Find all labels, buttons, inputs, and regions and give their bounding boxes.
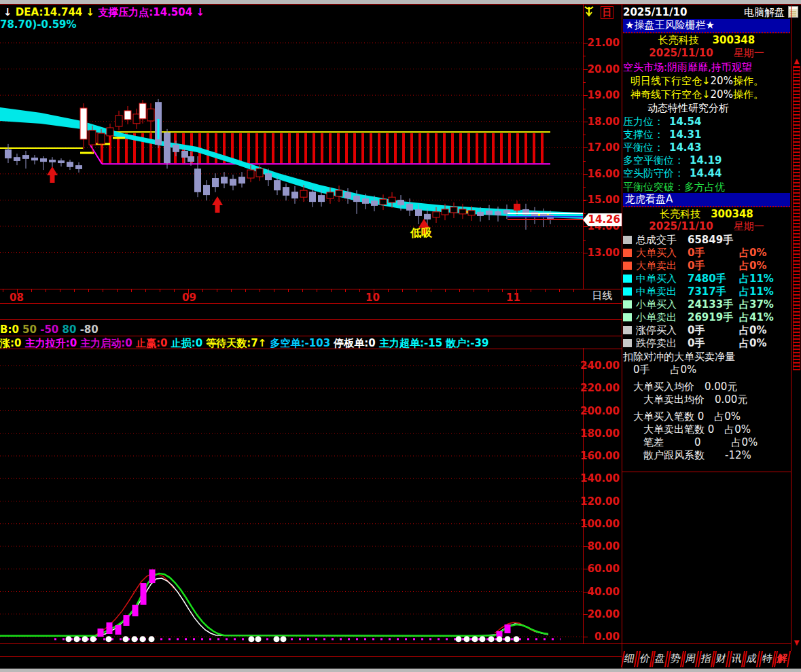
panel-tab-bar: 细价盘势周指财讯成特解 — [622, 651, 790, 667]
signal-dot — [249, 636, 255, 642]
legend-row: 总成交手65849手 — [622, 234, 791, 247]
panel-tab-周[interactable]: 周 — [682, 651, 699, 667]
advice-line-2: 神奇线下行空仓↓20%操作。 — [630, 88, 798, 101]
status-row-1: B:0 50 -50 80 -80 — [0, 323, 99, 336]
signal-dot — [140, 636, 146, 642]
market-comment: 空头市场:阴雨靡靡,持币观望 — [623, 61, 790, 74]
balance-break-line: 平衡位突破：多方占优 — [623, 181, 790, 194]
main-chart-canvas: 低吸 — [0, 4, 583, 289]
panel-divider — [622, 472, 791, 472]
analysis-title: 动态特性研究分析 — [647, 102, 801, 115]
legend-swatch — [623, 300, 632, 308]
indicator-header-line: ↓ DEA:14.744 ↓ 支撑压力点:14.504 ↓ — [3, 6, 204, 19]
panel-tab-成[interactable]: 成 — [743, 651, 760, 667]
signal-dot — [90, 636, 96, 642]
price-axis-label: 20.00 — [588, 63, 620, 75]
price-axis-label: 16.00 — [588, 168, 620, 180]
level-row: 支撑位：14.31 — [623, 128, 790, 141]
panel-tab-讯[interactable]: 讯 — [728, 651, 745, 667]
legend-swatch — [623, 275, 632, 283]
stock-name: 长亮科技 — [658, 34, 699, 46]
indicator-value-axis: 240.00220.00200.00180.00160.00140.00120.… — [583, 348, 622, 643]
legend-swatch — [623, 287, 632, 296]
signal-dot — [274, 636, 280, 642]
bottom-strip-line — [0, 656, 622, 657]
net-line: 大单卖出均价 0.00元 — [623, 393, 790, 406]
legend-swatch — [623, 339, 632, 347]
legend-row: 大单卖出0手占0% — [622, 260, 791, 272]
indicator-bar — [98, 629, 104, 637]
indicator-axis-label: 0.00 — [594, 631, 620, 643]
signal-dot — [472, 636, 478, 642]
indicator-bar — [115, 625, 122, 635]
panel-tab-指[interactable]: 指 — [698, 651, 715, 667]
indicator-canvas — [0, 348, 583, 643]
panel-tab-盘[interactable]: 盘 — [652, 651, 669, 667]
scroll-down-button[interactable]: ▼ — [793, 639, 800, 647]
last-price-tag: 14.26 — [583, 213, 622, 226]
price-axis-label: 21.00 — [588, 37, 620, 49]
signal-dot — [82, 636, 88, 642]
panel-tab-财[interactable]: 财 — [713, 651, 730, 667]
signal-dot — [281, 636, 287, 642]
green-line — [0, 573, 548, 636]
x-axis-label: 10 — [366, 291, 380, 304]
divider-2 — [0, 336, 622, 336]
indicator-bar — [132, 605, 139, 616]
signal-dot — [497, 636, 503, 642]
indicator-bar — [124, 615, 130, 626]
indicator-bottom-line — [0, 643, 791, 644]
x-axis-label: 11 — [506, 291, 520, 304]
indicator-pane[interactable] — [0, 348, 583, 643]
buy-signal-arrow — [212, 196, 223, 213]
stock-code: 300348 — [713, 34, 755, 46]
signal-dot — [456, 636, 462, 642]
indicator-bar — [149, 569, 156, 583]
legend-row: 涨停买入0手占0% — [622, 324, 791, 337]
legend-swatch — [623, 262, 632, 270]
advice-line-1: 明日线下行空仓↓20%操作。 — [630, 75, 798, 88]
signal-dot — [74, 636, 80, 642]
level-row: 多空平衡位：14.19 — [623, 154, 790, 167]
indicator-axis-label: 20.00 — [588, 608, 620, 620]
indicator-axis-label: 60.00 — [588, 563, 620, 575]
legend-row: 小单买入24133手占37% — [622, 298, 791, 311]
net-volume-block: 扣除对冲的大单买卖净量 0手 占0% 大单买入均价 0.00元 大单卖出均价 0… — [623, 351, 790, 462]
net-line: 散户跟风系数 -12% — [623, 449, 790, 462]
stock-line-1: 长亮科技 300348 — [623, 34, 790, 47]
divider-1 — [0, 319, 622, 320]
panel-scrollbar[interactable]: ▲ ▼ — [791, 5, 801, 651]
x-axis-band: 08091011 — [0, 289, 622, 304]
panel-tab-细[interactable]: 细 — [621, 651, 638, 667]
signal-dot — [488, 636, 495, 642]
signal-dot — [514, 636, 520, 642]
main-chart-pane[interactable]: 低吸 ↓ DEA:14.744 ↓ 支撑压力点:14.504 ↓ 78.70)-… — [0, 4, 583, 289]
scroll-up-button[interactable]: ▲ — [793, 57, 800, 65]
legend-row: 中单买入7480手占11% — [622, 272, 791, 285]
panel-tab-特[interactable]: 特 — [759, 651, 776, 667]
scroll-thumb[interactable] — [793, 66, 800, 370]
signal-dot — [106, 636, 112, 642]
signal-dot — [505, 636, 511, 642]
price-axis-label: 19.00 — [588, 89, 620, 101]
white-line — [0, 578, 548, 636]
panel-tab-势[interactable]: 势 — [667, 651, 684, 667]
app-window: { "header": { "line1_parts": [["↓ ","#ff… — [0, 0, 801, 672]
legend-swatch — [623, 313, 632, 321]
signal-dot — [132, 636, 138, 642]
indicator-bar — [505, 624, 511, 633]
net-line: 大单卖出笔数 0 占0% — [623, 423, 790, 436]
change-percent-line: 78.70)-0.59% — [0, 18, 77, 31]
risk-fence-title: ★操盘王风险栅栏★ — [623, 19, 790, 33]
panel-engine-title[interactable]: 电脑解盘 — [744, 6, 789, 19]
volume-legend: 总成交手65849手大单买入0手占0%大单卖出0手占0%中单买入7480手占11… — [622, 234, 791, 350]
net-line: 大单买入均价 0.00元 — [623, 381, 790, 393]
panel-tab-价[interactable]: 价 — [636, 651, 653, 667]
price-axis-label: 18.00 — [588, 116, 620, 128]
period-label[interactable]: 日线 — [584, 289, 620, 304]
signal-dot — [66, 636, 72, 642]
main-price-axis: 21.0020.0019.0018.0017.0016.0015.0014.00… — [583, 4, 622, 289]
level-row: 平衡位：14.43 — [623, 141, 790, 154]
indicator-axis-label: 80.00 — [588, 540, 620, 552]
panel-tab-解[interactable]: 解 — [774, 651, 791, 667]
